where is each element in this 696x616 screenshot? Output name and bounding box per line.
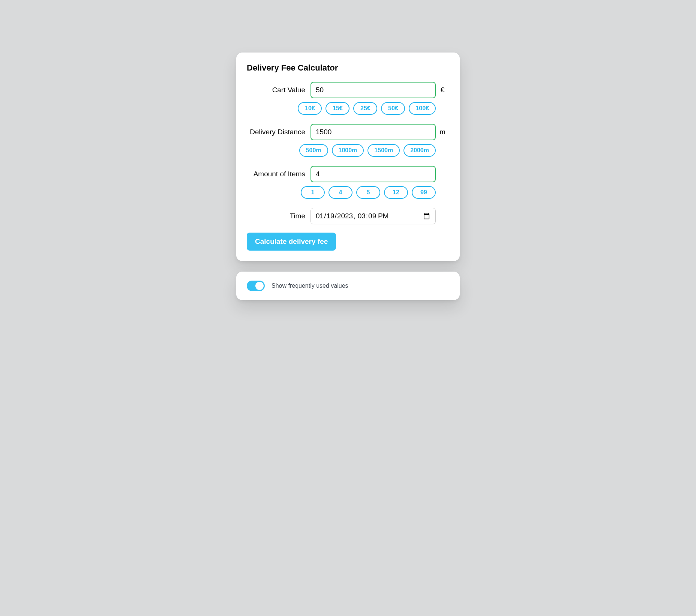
time-label: Time [247, 212, 310, 220]
cart-value-unit: € [436, 86, 449, 94]
calculator-card: Delivery Fee Calculator Cart Value € 10€… [236, 53, 460, 261]
preset-items-1[interactable]: 1 [301, 186, 325, 199]
preset-dist-1000[interactable]: 1000m [332, 144, 364, 157]
distance-input[interactable] [310, 124, 436, 140]
preset-cart-10[interactable]: 10€ [298, 102, 322, 115]
distance-presets: 500m 1000m 1500m 2000m [247, 144, 449, 157]
distance-unit: m [436, 128, 449, 136]
distance-row: Delivery Distance m [247, 124, 449, 140]
distance-label: Delivery Distance [247, 128, 310, 136]
items-presets: 1 4 5 12 99 [247, 186, 449, 199]
time-row: Time [247, 208, 449, 224]
toggle-card: Show frequently used values [236, 272, 460, 300]
cart-value-row: Cart Value € [247, 82, 449, 98]
preset-cart-15[interactable]: 15€ [326, 102, 350, 115]
toggle-slider [247, 281, 265, 291]
time-input[interactable] [310, 208, 436, 224]
preset-dist-500[interactable]: 500m [299, 144, 328, 157]
preset-cart-100[interactable]: 100€ [409, 102, 436, 115]
cart-value-label: Cart Value [247, 86, 310, 94]
preset-items-99[interactable]: 99 [412, 186, 436, 199]
calculate-button[interactable]: Calculate delivery fee [247, 233, 336, 251]
preset-dist-1500[interactable]: 1500m [368, 144, 400, 157]
preset-items-5[interactable]: 5 [356, 186, 380, 199]
preset-cart-50[interactable]: 50€ [381, 102, 405, 115]
items-input[interactable] [310, 166, 436, 182]
preset-items-4[interactable]: 4 [328, 186, 352, 199]
items-row: Amount of Items [247, 166, 449, 182]
preset-dist-2000[interactable]: 2000m [404, 144, 436, 157]
items-label: Amount of Items [247, 170, 310, 178]
page-title: Delivery Fee Calculator [247, 63, 449, 73]
frequent-values-toggle[interactable] [247, 281, 265, 291]
toggle-label: Show frequently used values [272, 282, 348, 289]
cart-value-input[interactable] [310, 82, 436, 98]
preset-cart-25[interactable]: 25€ [353, 102, 377, 115]
preset-items-12[interactable]: 12 [384, 186, 408, 199]
cart-value-presets: 10€ 15€ 25€ 50€ 100€ [247, 102, 449, 115]
